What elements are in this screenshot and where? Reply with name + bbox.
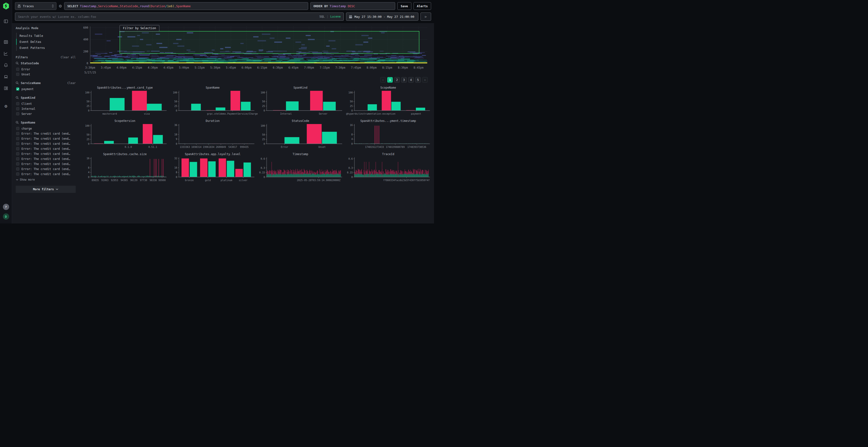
mini-chart-svg[interactable]: 0.60.30.1502025-05-28T03:59:14.900820000…	[258, 157, 343, 184]
checkbox[interactable]	[16, 167, 19, 171]
events-heatmap-chart[interactable]: Filter by Selection 60040020003:30pm3:45…	[80, 25, 434, 75]
search-input[interactable]: Search your events w/ Lucene ex. column:…	[15, 12, 344, 21]
checkbox[interactable]	[16, 142, 19, 145]
filter-option[interactable]: Error: The credit card (end…	[16, 166, 76, 171]
svg-text:200: 200	[83, 50, 88, 53]
panel-left-icon[interactable]	[2, 17, 10, 25]
source-select[interactable]: Traces	[15, 2, 56, 10]
filter-option[interactable]: Unset	[16, 72, 76, 77]
alerts-button[interactable]: Alerts	[413, 2, 431, 10]
mini-chart-svg[interactable]: 3618901333363169831419961834260084954301…	[170, 123, 255, 151]
pagination-page-1[interactable]: 1	[387, 77, 393, 82]
checkbox[interactable]	[16, 162, 19, 166]
svg-text:platinum: platinum	[221, 179, 232, 182]
run-query-button[interactable]: ▷	[421, 12, 431, 21]
sql-toggle[interactable]: SQL	[319, 15, 325, 18]
pagination-page-3[interactable]: 3	[401, 77, 407, 82]
checkbox[interactable]	[16, 172, 19, 176]
mini-chart-svg[interactable]: 1684017481922734331748199880789174839373…	[346, 123, 431, 151]
select-query-input[interactable]: SELECT Timestamp,ServiceName,StatusCode,…	[64, 2, 308, 10]
filter-option[interactable]: Client	[16, 101, 76, 106]
filter-option[interactable]: charge	[16, 126, 76, 131]
filter-option[interactable]: Error: The credit card (end…	[16, 136, 76, 141]
pagination-next[interactable]: ›	[422, 77, 428, 82]
mini-chart-svg[interactable]: 10050250ErrorUnset	[258, 123, 343, 151]
mini-chart-svg[interactable]: 100502500.1.00.51.1	[83, 123, 167, 151]
query-settings-gear-icon[interactable]: ⚙	[59, 4, 62, 8]
mini-chart-svg[interactable]: 10050250grpc.oteldemo.PaymentService/Cha…	[170, 90, 255, 117]
svg-text:16: 16	[174, 166, 177, 169]
svg-text:6:45pm: 6:45pm	[288, 66, 299, 69]
analysis-mode-item[interactable]: Event Deltas	[16, 39, 76, 45]
show-more-link[interactable]: Show more	[16, 176, 76, 181]
filter-option[interactable]: Error: The credit card (end…	[16, 131, 76, 136]
analysis-mode-item[interactable]: Event Patterns	[16, 45, 76, 51]
filter-option[interactable]: Error: The credit card (end…	[16, 151, 76, 156]
filter-group: ServiceNameClearpayment	[16, 81, 76, 92]
checkbox[interactable]	[16, 147, 19, 150]
pagination-page-2[interactable]: 2	[394, 77, 400, 82]
checkbox[interactable]	[16, 107, 19, 110]
filter-clear-link[interactable]: Clear	[67, 81, 76, 85]
mini-chart-title: SpanAttributes...yment.card_type	[82, 86, 168, 90]
svg-text:25: 25	[262, 138, 265, 141]
layout-grid-icon[interactable]	[2, 84, 10, 92]
query-token: Timestamp	[330, 4, 346, 8]
more-filters-button[interactable]: More filters	[16, 186, 76, 193]
svg-text:0.3: 0.3	[261, 167, 265, 169]
mini-chart-svg[interactable]: 10050250@hyperdx/instrumentation-excepti…	[346, 90, 431, 117]
mini-chart-svg[interactable]: 0.60.30.150ff860334facdb23d3f430ff5b5050…	[346, 157, 431, 184]
mini-chart-svg[interactable]: 1684089835910639295394365961399773098338…	[83, 157, 167, 184]
logs-icon[interactable]	[2, 38, 10, 46]
bell-icon[interactable]	[2, 61, 10, 69]
line-chart-icon[interactable]	[2, 49, 10, 58]
filter-option[interactable]: Error: The credit card (end…	[16, 161, 76, 166]
svg-text:3:45pm: 3:45pm	[101, 66, 111, 69]
filter-group-name: SpanKind	[21, 96, 76, 100]
checkbox[interactable]	[16, 157, 19, 161]
mini-chart-svg[interactable]: 10050250InternalServer	[258, 90, 343, 117]
lucene-toggle[interactable]: Lucene	[330, 15, 341, 18]
filter-by-selection-tooltip[interactable]: Filter by Selection	[120, 25, 159, 31]
date-range-picker[interactable]: May 27 15:30:00 - May 27 21:00:00	[346, 12, 418, 21]
laptop-icon[interactable]	[2, 72, 10, 81]
filter-option[interactable]: Error: The credit card (end…	[16, 171, 76, 176]
filter-option-label: Error: The credit card (end…	[22, 162, 70, 166]
checkbox[interactable]	[16, 112, 19, 115]
clear-all-link[interactable]: Clear all	[61, 56, 76, 59]
mini-chart-svg[interactable]: 10050250mastercardvisa	[83, 90, 167, 117]
checkbox[interactable]	[16, 102, 19, 105]
search-row: Search your events w/ Lucene ex. column:…	[12, 12, 434, 23]
checkbox[interactable]	[16, 152, 19, 156]
filter-option[interactable]: Error: The credit card (end…	[16, 141, 76, 146]
analysis-mode-item[interactable]: Results Table	[16, 33, 76, 39]
filter-option[interactable]: Internal	[16, 106, 76, 111]
selection-box[interactable]	[120, 31, 419, 54]
svg-text:16: 16	[87, 157, 89, 160]
checkbox[interactable]	[16, 68, 19, 71]
checkbox[interactable]	[16, 132, 19, 135]
order-by-input[interactable]: ORDER BY Timestamp DESC	[310, 2, 395, 10]
app-logo-icon[interactable]	[3, 2, 9, 10]
filter-option[interactable]: Error	[16, 67, 76, 72]
help-button[interactable]: ?	[3, 204, 9, 210]
pagination-prev[interactable]: ‹	[380, 77, 386, 82]
filter-option[interactable]: Error: The credit card (end…	[16, 156, 76, 161]
checkbox[interactable]	[16, 127, 19, 130]
filter-option[interactable]: Error: The credit card (end…	[16, 146, 76, 151]
filter-option[interactable]: payment	[16, 87, 76, 92]
checkbox-checked[interactable]	[16, 88, 19, 91]
gear-icon[interactable]: ⚙	[2, 102, 10, 110]
pagination-page-5[interactable]: 5	[415, 77, 421, 82]
avatar[interactable]: D	[3, 213, 9, 220]
filter-option-label: Internal	[22, 107, 35, 110]
save-button[interactable]: Save	[397, 2, 411, 10]
checkbox[interactable]	[16, 137, 19, 140]
filter-option[interactable]: Server	[16, 111, 76, 116]
filter-option-label: payment	[22, 88, 34, 91]
checkbox[interactable]	[16, 73, 19, 76]
svg-text:0.15: 0.15	[347, 171, 353, 174]
query-token: StatusCode	[120, 4, 138, 8]
mini-chart-svg[interactable]: 321680bronzegoldplatinumsilver	[170, 157, 255, 184]
pagination-page-4[interactable]: 4	[408, 77, 414, 82]
